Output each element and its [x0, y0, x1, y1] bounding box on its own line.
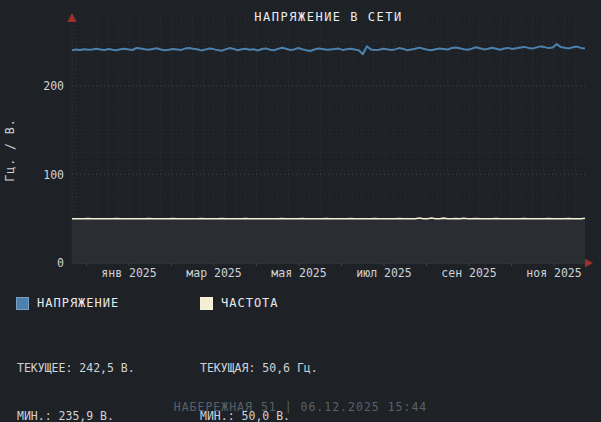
- chart-area: НАПРЯЖЕНИЕ В СЕТИ0100200Гц. / В.янв 2025…: [0, 0, 601, 292]
- chart-title: НАПРЯЖЕНИЕ В СЕТИ: [254, 10, 402, 24]
- y-axis-label: Гц. / В.: [3, 118, 17, 181]
- status-bar: НАБЕРЕЖНАЯ 51 | 06.12.2025 15:44: [0, 400, 601, 414]
- x-axis-arrow-icon: [585, 259, 593, 267]
- legend-label-voltage: НАПРЯЖЕНИЕ: [37, 296, 119, 310]
- frequency-area: [72, 218, 585, 263]
- x-tick-label: мар 2025: [186, 266, 241, 280]
- voltage-current: ТЕКУЩЕЕ: 242,5 В.: [17, 360, 135, 376]
- voltage-frequency-chart: НАПРЯЖЕНИЕ В СЕТИ0100200Гц. / В.янв 2025…: [0, 0, 601, 292]
- legend-item-frequency: ЧАСТОТА: [200, 296, 279, 310]
- y-axis-arrow-icon: [68, 13, 77, 22]
- voltage-swatch-icon: [16, 297, 29, 310]
- y-tick-label: 100: [43, 168, 64, 182]
- x-tick-label: янв 2025: [101, 266, 156, 280]
- legend: НАПРЯЖЕНИЕ ЧАСТОТА: [0, 296, 601, 316]
- x-tick-label: сен 2025: [441, 266, 496, 280]
- frequency-line: [72, 218, 585, 219]
- x-tick-label: июл 2025: [356, 266, 411, 280]
- x-tick-label: мая 2025: [271, 266, 326, 280]
- voltage-monitor-panel: НАПРЯЖЕНИЕ В СЕТИ0100200Гц. / В.янв 2025…: [0, 0, 601, 422]
- x-tick-label: ноя 2025: [526, 266, 581, 280]
- voltage-line: [72, 44, 585, 54]
- y-tick-label: 0: [57, 256, 64, 270]
- legend-label-frequency: ЧАСТОТА: [221, 296, 279, 310]
- frequency-swatch-icon: [200, 297, 213, 310]
- legend-item-voltage: НАПРЯЖЕНИЕ: [16, 296, 119, 310]
- y-tick-label: 200: [43, 79, 64, 93]
- frequency-current: ТЕКУЩАЯ: 50,6 Гц.: [200, 360, 318, 376]
